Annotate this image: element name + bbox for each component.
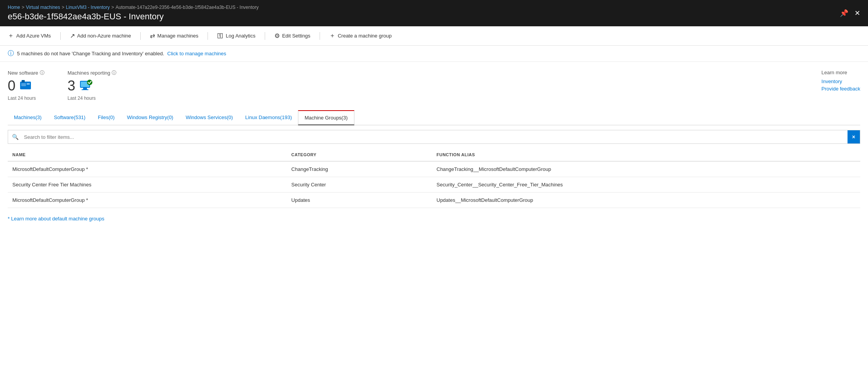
col-category: CATEGORY xyxy=(287,148,432,161)
new-software-icon xyxy=(19,78,33,94)
toolbar-divider-4 xyxy=(265,32,265,40)
tab-windows-services[interactable]: Windows Services(0) xyxy=(179,111,239,125)
svg-rect-1 xyxy=(22,80,25,82)
search-clear-button[interactable]: × xyxy=(848,130,860,143)
machines-reporting-stat: Machines reporting ⓘ 3 Last 24 hours xyxy=(68,70,117,101)
tab-software[interactable]: Software(531) xyxy=(48,111,92,125)
tabs: Machines(3) Software(531) Files(0) Windo… xyxy=(8,110,860,125)
machines-icon: ⇄ xyxy=(150,32,155,39)
stats-section: New software ⓘ 0 Last 24 hours Machines xyxy=(8,70,860,101)
add-azure-vms-button[interactable]: ＋ Add Azure VMs xyxy=(8,30,51,41)
table-row[interactable]: MicrosoftDefaultComputerGroup * Updates … xyxy=(8,193,860,208)
info-icon: ⓘ xyxy=(8,49,14,58)
col-name: NAME xyxy=(8,148,287,161)
tab-machines[interactable]: Machines(3) xyxy=(8,111,48,125)
new-software-stat: New software ⓘ 0 Last 24 hours xyxy=(8,70,44,101)
data-table: NAME CATEGORY FUNCTION ALIAS MicrosoftDe… xyxy=(8,148,860,208)
plus-icon-2: ＋ xyxy=(329,32,335,40)
machines-reporting-icon xyxy=(79,78,93,94)
manage-machines-button[interactable]: ⇄ Manage machines xyxy=(150,31,198,41)
table-header-row: NAME CATEGORY FUNCTION ALIAS xyxy=(8,148,860,161)
footer-link: * Learn more about default machine group… xyxy=(8,216,860,222)
close-icon[interactable]: ✕ xyxy=(854,9,860,17)
cell-alias-2: Updates__MicrosoftDefaultComputerGroup xyxy=(432,193,861,208)
create-machine-group-button[interactable]: ＋ Create a machine group xyxy=(329,30,391,41)
provide-feedback-link[interactable]: Provide feedback xyxy=(822,86,860,92)
breadcrumb-vms[interactable]: Virtual machines xyxy=(26,5,60,10)
manage-machines-link[interactable]: Click to manage machines xyxy=(167,51,226,56)
toolbar-divider-5 xyxy=(320,32,320,40)
machines-reporting-value: 3 xyxy=(68,78,75,94)
main-content: New software ⓘ 0 Last 24 hours Machines xyxy=(0,62,868,389)
cell-name-2: MicrosoftDefaultComputerGroup * xyxy=(8,193,287,208)
title-section: Home > Virtual machines > LinuxVM3 - Inv… xyxy=(8,5,259,22)
col-alias: FUNCTION ALIAS xyxy=(432,148,861,161)
cell-name-1: Security Center Free Tier Machines xyxy=(8,177,287,193)
breadcrumb-current: Automate-147a22e9-2356-4e56-b3de-1f5842a… xyxy=(116,5,259,10)
toolbar-divider-2 xyxy=(140,32,141,40)
tab-files[interactable]: Files(0) xyxy=(92,111,121,125)
log-analytics-button[interactable]: ⚿ Log Analytics xyxy=(217,31,255,41)
new-software-label: New software xyxy=(8,70,38,76)
tab-linux-daemons[interactable]: Linux Daemons(193) xyxy=(239,111,298,125)
pin-icon[interactable]: 📌 xyxy=(840,9,848,17)
page-title: e56-b3de-1f5842ae4a3b-EUS - Inventory xyxy=(8,12,259,22)
svg-rect-2 xyxy=(21,83,26,86)
machines-reporting-sublabel: Last 24 hours xyxy=(68,96,117,101)
cell-category-2: Updates xyxy=(287,193,432,208)
info-banner: ⓘ 5 machines do not have 'Change Trackin… xyxy=(0,46,868,62)
default-groups-link[interactable]: * Learn more about default machine group… xyxy=(8,216,104,222)
svg-rect-3 xyxy=(27,83,30,85)
toolbar-divider-3 xyxy=(208,32,208,40)
learn-more-section: Learn more Inventory Provide feedback xyxy=(822,70,860,92)
tab-windows-registry[interactable]: Windows Registry(0) xyxy=(121,111,180,125)
tab-machine-groups[interactable]: Machine Groups(3) xyxy=(298,110,354,125)
external-icon: ↗ xyxy=(70,32,75,39)
search-input[interactable] xyxy=(22,131,848,143)
gear-icon: ⚙ xyxy=(274,32,280,39)
machines-reporting-label: Machines reporting xyxy=(68,70,111,76)
inventory-link[interactable]: Inventory xyxy=(822,78,842,84)
table-row[interactable]: Security Center Free Tier Machines Secur… xyxy=(8,177,860,193)
breadcrumb: Home > Virtual machines > LinuxVM3 - Inv… xyxy=(8,5,259,10)
info-message: 5 machines do not have 'Change Tracking … xyxy=(17,51,164,56)
title-actions: 📌 ✕ xyxy=(840,9,860,17)
svg-rect-6 xyxy=(82,89,89,90)
plus-icon: ＋ xyxy=(8,32,14,40)
cell-alias-0: ChangeTracking__MicrosoftDefaultComputer… xyxy=(432,161,861,177)
title-bar: Home > Virtual machines > LinuxVM3 - Inv… xyxy=(0,0,868,26)
add-non-azure-button[interactable]: ↗ Add non-Azure machine xyxy=(70,31,131,41)
breadcrumb-home[interactable]: Home xyxy=(8,5,20,10)
svg-rect-5 xyxy=(83,88,87,89)
cell-alias-1: Security_Center__Security_Center_Free_Ti… xyxy=(432,177,861,193)
table-row[interactable]: MicrosoftDefaultComputerGroup * ChangeTr… xyxy=(8,161,860,177)
search-analytics-icon: ⚿ xyxy=(217,32,223,39)
new-software-value: 0 xyxy=(8,78,15,94)
edit-settings-button[interactable]: ⚙ Edit Settings xyxy=(274,31,310,41)
cell-category-0: ChangeTracking xyxy=(287,161,432,177)
search-icon: 🔍 xyxy=(8,131,22,143)
cell-name-0: MicrosoftDefaultComputerGroup * xyxy=(8,161,287,177)
new-software-info-icon[interactable]: ⓘ xyxy=(40,70,44,76)
learn-more-title: Learn more xyxy=(822,70,847,75)
search-bar: 🔍 × xyxy=(8,130,860,144)
toolbar: ＋ Add Azure VMs ↗ Add non-Azure machine … xyxy=(0,26,868,46)
breadcrumb-linuxvm3[interactable]: LinuxVM3 - Inventory xyxy=(66,5,110,10)
new-software-sublabel: Last 24 hours xyxy=(8,96,44,101)
cell-category-1: Security Center xyxy=(287,177,432,193)
machines-reporting-info-icon[interactable]: ⓘ xyxy=(112,70,116,76)
toolbar-divider-1 xyxy=(60,32,61,40)
